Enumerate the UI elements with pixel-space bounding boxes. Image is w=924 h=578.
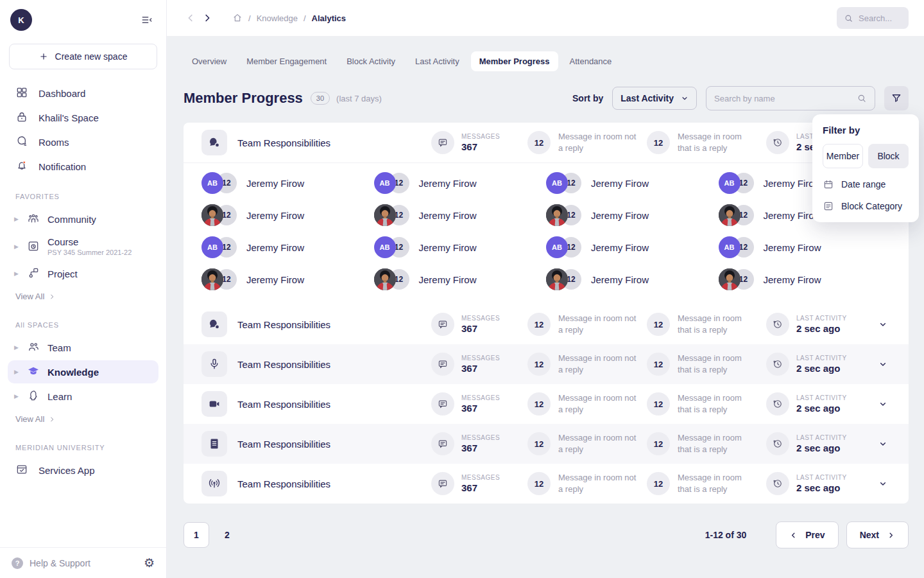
filter-button[interactable]: [884, 86, 909, 110]
sidebar-item-notification[interactable]: Notification: [0, 154, 166, 179]
row-expand-toggle[interactable]: [875, 319, 891, 329]
avatar: AB: [546, 172, 568, 194]
expander-triangle-icon[interactable]: ▶: [14, 243, 21, 250]
sidebar-item-rooms[interactable]: Rooms: [0, 130, 166, 154]
table-row[interactable]: Team Responsibilities MESSAGES 367: [184, 464, 909, 504]
sidebar-item-learn[interactable]: ▶ Learn: [8, 385, 158, 408]
expander-triangle-icon[interactable]: ▶: [14, 369, 21, 375]
chevron-right-icon: [201, 12, 213, 24]
sidebar-item-community[interactable]: ▶ Community: [8, 207, 158, 231]
sidebar-item-services-app[interactable]: Services App: [0, 458, 166, 482]
filter-item-block-category[interactable]: Block Category: [823, 200, 909, 212]
page-number-button[interactable]: 2: [214, 522, 240, 548]
filter-option-block[interactable]: Block: [868, 144, 909, 168]
nav-back-button[interactable]: [182, 10, 199, 26]
member-name: Jeremy Firow: [419, 210, 477, 221]
filter-item-date-range[interactable]: Date range: [823, 179, 909, 190]
reply-text: Message in room that is a reply: [678, 432, 756, 455]
not-reply-count: 12: [527, 313, 551, 336]
nav-forward-button[interactable]: [199, 10, 216, 26]
favorites-view-all-link[interactable]: View All: [0, 286, 166, 307]
sidebar-item-label: Course: [47, 236, 132, 247]
not-reply-stat: 12 Message in room not a reply: [527, 392, 647, 416]
member-avatar-group: 12 AB: [719, 204, 755, 226]
sidebar-item-dashboard[interactable]: Dashboard: [0, 81, 166, 105]
table-row[interactable]: Team Responsibilities MESSAGES 367: [184, 304, 909, 344]
row-expand-toggle[interactable]: [875, 439, 891, 449]
member-chip[interactable]: 12 AB Jeremy Firow: [374, 172, 547, 194]
filter-option-member[interactable]: Member: [823, 144, 863, 168]
member-chip[interactable]: 12 AB Jeremy Firow: [201, 268, 374, 290]
all-spaces-section-label: All SPACES: [0, 307, 166, 335]
main-area: / Knowledge / Alalytics Overview Member …: [167, 0, 924, 578]
breadcrumb-parent-link[interactable]: Knowledge: [257, 13, 298, 23]
sidebar-item-label: Khalil's Space: [38, 112, 99, 123]
table-row[interactable]: Team Responsibilities MESSAGES 367: [184, 384, 909, 424]
pagination-range: 1-12 of 30: [705, 530, 747, 540]
learn-head-icon: [27, 389, 41, 403]
member-chip[interactable]: 12 AB Jeremy Firow: [719, 236, 891, 258]
block-category-icon: [823, 200, 834, 212]
spaces-view-all-link[interactable]: View All: [0, 408, 166, 430]
sidebar-item-knowledge[interactable]: ▶ Knowledge: [8, 360, 158, 383]
search-by-name-input[interactable]: [714, 94, 851, 103]
sidebar-item-team[interactable]: ▶ Team: [8, 336, 158, 359]
member-chip[interactable]: 12 AB Jeremy Firow: [546, 236, 719, 258]
global-search-input[interactable]: [859, 13, 900, 23]
tab[interactable]: Member Progress: [471, 51, 558, 71]
sidebar-item-project[interactable]: ▶ Project: [8, 262, 158, 285]
home-icon[interactable]: [232, 13, 243, 23]
create-new-space-button[interactable]: Create new space: [9, 44, 157, 69]
row-expand-toggle[interactable]: [875, 359, 891, 369]
avatar: AB: [719, 268, 740, 290]
prev-button[interactable]: Prev: [776, 521, 838, 548]
avatar-photo: [546, 204, 568, 226]
sort-dropdown[interactable]: Last Activity: [612, 87, 697, 110]
table-row[interactable]: Team Responsibilities MESSAGES 367: [184, 424, 909, 464]
member-chip[interactable]: 12 AB Jeremy Firow: [201, 236, 374, 258]
page-number-button[interactable]: 1: [184, 522, 209, 548]
next-button[interactable]: Next: [846, 521, 909, 548]
course-icon: [27, 240, 41, 254]
last-activity-stat: LAST ACTIVITY 2 sec ago: [766, 432, 875, 455]
help-support-link[interactable]: Help & Support: [30, 558, 90, 568]
messages-stat: MESSAGES 367: [431, 131, 527, 154]
table-row[interactable]: Team Responsibilities MESSAGES 367: [184, 344, 909, 384]
member-chip[interactable]: 12 AB Jeremy Firow: [374, 268, 547, 290]
settings-gear-icon[interactable]: [144, 556, 155, 570]
topbar: / Knowledge / Alalytics: [167, 0, 924, 36]
tab[interactable]: Last Activity: [407, 51, 468, 71]
member-chip[interactable]: 12 AB Jeremy Firow: [374, 236, 547, 258]
tab[interactable]: Overview: [184, 51, 235, 71]
sidebar-item-khalils-space[interactable]: Khalil's Space: [0, 105, 166, 130]
tab[interactable]: Attendance: [561, 51, 620, 71]
global-search[interactable]: [837, 7, 909, 29]
member-chip[interactable]: 12 AB Jeremy Firow: [546, 172, 719, 194]
member-chip[interactable]: 12 AB Jeremy Firow: [201, 204, 374, 226]
sidebar-collapse-button[interactable]: [141, 13, 153, 26]
sidebar-item-course[interactable]: ▶ Course PSY 345 Summer 2021-22: [8, 232, 158, 261]
messages-stat: MESSAGES 367: [431, 472, 527, 495]
expander-triangle-icon[interactable]: ▶: [14, 393, 21, 399]
table-row-expanded[interactable]: Team Responsibilities MESSAGES 367 12: [184, 123, 909, 162]
workspace-avatar[interactable]: K: [10, 9, 32, 31]
member-chip[interactable]: 12 AB Jeremy Firow: [374, 204, 547, 226]
team-icon: [27, 340, 41, 355]
expander-triangle-icon[interactable]: ▶: [14, 344, 21, 351]
row-expand-toggle[interactable]: [875, 399, 891, 409]
block-type-icon: [201, 351, 227, 377]
row-main: Team Responsibilities: [201, 130, 431, 155]
member-chip[interactable]: 12 AB Jeremy Firow: [546, 268, 719, 290]
tab[interactable]: Member Engagement: [238, 51, 335, 71]
name-search[interactable]: [706, 86, 875, 110]
tab[interactable]: Block Activity: [338, 51, 404, 71]
expander-triangle-icon[interactable]: ▶: [14, 270, 21, 277]
expander-triangle-icon[interactable]: ▶: [14, 216, 21, 222]
graduation-cap-icon: [27, 365, 41, 379]
row-expand-toggle[interactable]: [875, 478, 891, 489]
avatar-photo: [374, 204, 396, 226]
messages-label: MESSAGES: [461, 394, 500, 401]
member-chip[interactable]: 12 AB Jeremy Firow: [201, 172, 374, 194]
member-chip[interactable]: 12 AB Jeremy Firow: [546, 204, 719, 226]
member-chip[interactable]: 12 AB Jeremy Firow: [719, 268, 891, 290]
